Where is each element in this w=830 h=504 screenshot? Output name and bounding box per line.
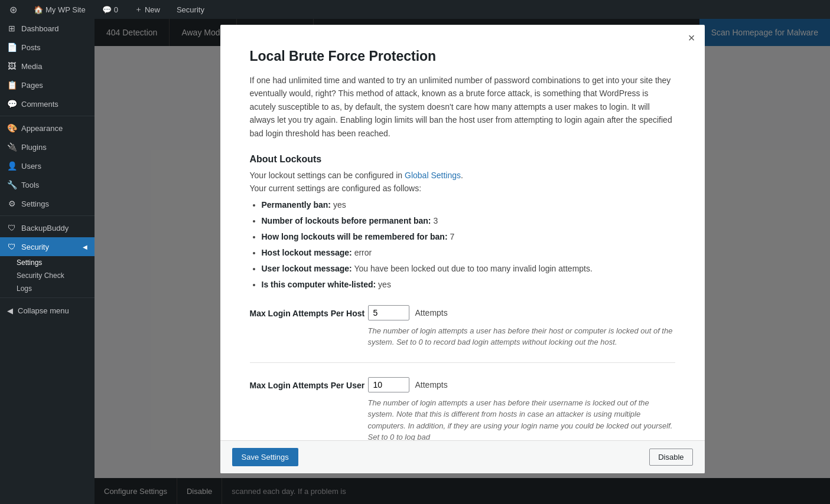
sidebar-item-settings[interactable]: ⚙ Settings xyxy=(0,194,95,213)
sidebar-item-media[interactable]: 🖼 Media xyxy=(0,57,95,76)
sidebar-label-users: Users xyxy=(21,162,41,171)
list-item-4: User lockout message: You have been lock… xyxy=(262,263,675,275)
users-icon: 👤 xyxy=(7,161,17,171)
sidebar-label-backupbuddy: BackupBuddy xyxy=(21,224,69,233)
collapse-label: Collapse menu xyxy=(18,306,69,315)
modal: × Local Brute Force Protection If one ha… xyxy=(220,25,705,473)
global-settings-link[interactable]: Global Settings xyxy=(405,171,461,180)
sidebar-item-dashboard[interactable]: ⊞ Dashboard xyxy=(0,19,95,38)
sidebar-item-pages[interactable]: 📋 Pages xyxy=(0,76,95,94)
sidebar-item-plugins[interactable]: 🔌 Plugins xyxy=(0,138,95,156)
sidebar-label-dashboard: Dashboard xyxy=(21,24,59,33)
comments-icon: 💬 xyxy=(102,5,112,14)
site-name-item[interactable]: 🏠 My WP Site xyxy=(29,0,90,19)
collapse-menu-item[interactable]: ◀ Collapse menu xyxy=(0,300,95,321)
max-login-host-help: The number of login attempts a user has … xyxy=(368,325,675,348)
max-login-host-label: Max Login Attempts Per Host xyxy=(250,305,368,318)
wp-icon: ⊛ xyxy=(9,4,17,15)
sidebar-sub-security-check[interactable]: Security Check xyxy=(0,269,95,282)
sidebar-sep-1 xyxy=(0,116,95,116)
modal-footer: Save Settings Disable xyxy=(220,440,705,473)
sub-label-logs: Logs xyxy=(17,284,32,293)
modal-close-button[interactable]: × xyxy=(688,32,695,44)
max-login-user-input[interactable] xyxy=(368,377,409,392)
max-login-user-input-row: Attempts xyxy=(368,377,675,392)
list-item-1: Number of lockouts before permanent ban:… xyxy=(262,215,675,227)
item-label-3: Host lockout message: xyxy=(262,248,352,257)
sidebar-label-security: Security xyxy=(21,243,49,251)
max-login-host-input[interactable] xyxy=(368,305,409,320)
max-login-user-help: The number of login attempts a user has … xyxy=(368,397,675,443)
new-label: New xyxy=(145,5,160,14)
max-login-host-unit: Attempts xyxy=(415,308,448,318)
new-item[interactable]: ＋ New xyxy=(130,0,165,19)
wp-logo-item[interactable]: ⊛ xyxy=(5,0,22,19)
item-value-2: 7 xyxy=(450,232,454,241)
max-login-host-input-row: Attempts xyxy=(368,305,675,320)
max-login-host-control: Attempts The number of login attempts a … xyxy=(368,305,675,348)
backupbuddy-icon: 🛡 xyxy=(7,223,17,233)
sidebar-item-comments[interactable]: 💬 Comments xyxy=(0,94,95,113)
sidebar-item-posts[interactable]: 📄 Posts xyxy=(0,38,95,57)
admin-bar: ⊛ 🏠 My WP Site 💬 0 ＋ New Security xyxy=(0,0,830,19)
collapse-icon: ◀ xyxy=(7,306,13,315)
security-icon: 🛡 xyxy=(7,242,17,251)
lockout-info-line2: Your current settings are configured as … xyxy=(250,184,675,193)
content-area: 404 Detection Away Mode Banned Users Sca… xyxy=(95,19,830,504)
comments-sidebar-icon: 💬 xyxy=(7,99,17,109)
disable-button[interactable]: Disable xyxy=(649,449,692,466)
home-icon: 🏠 xyxy=(34,5,43,14)
sidebar: ⊞ Dashboard 📄 Posts 🖼 Media 📋 Pages 💬 Co… xyxy=(0,19,95,504)
sidebar-item-tools[interactable]: 🔧 Tools xyxy=(0,175,95,194)
sidebar-sep-2 xyxy=(0,215,95,216)
modal-overlay: × Local Brute Force Protection If one ha… xyxy=(95,19,830,504)
appearance-icon: 🎨 xyxy=(7,123,17,133)
dashboard-icon: ⊞ xyxy=(7,24,17,33)
list-item-2: How long lockouts will be remembered for… xyxy=(262,231,675,243)
item-value-0: yes xyxy=(333,200,346,210)
item-value-1: 3 xyxy=(433,216,438,225)
item-value-5: yes xyxy=(378,280,391,289)
sidebar-sub-logs[interactable]: Logs xyxy=(0,282,95,295)
sidebar-label-media: Media xyxy=(21,62,42,71)
item-label-5: Is this computer white-listed: xyxy=(262,280,376,289)
item-label-4: User lockout message: xyxy=(262,264,352,273)
plus-icon: ＋ xyxy=(135,4,142,15)
chevron-left-icon: ◀ xyxy=(83,244,87,250)
item-label-2: How long lockouts will be remembered for… xyxy=(262,232,448,241)
sidebar-label-tools: Tools xyxy=(21,181,39,189)
lockout-dot: . xyxy=(461,171,463,180)
list-item-5: Is this computer white-listed: yes xyxy=(262,279,675,291)
modal-description: If one had unlimited time and wanted to … xyxy=(250,74,675,140)
comments-count: 0 xyxy=(114,5,118,14)
modal-title: Local Brute Force Protection xyxy=(250,48,675,64)
lockout-list: Permanently ban: yes Number of lockouts … xyxy=(262,199,675,291)
sidebar-label-pages: Pages xyxy=(21,81,43,90)
sidebar-item-users[interactable]: 👤 Users xyxy=(0,156,95,175)
list-item-3: Host lockout message: error xyxy=(262,247,675,259)
list-item-0: Permanently ban: yes xyxy=(262,199,675,211)
max-login-user-control: Attempts The number of login attempts a … xyxy=(368,377,675,443)
about-lockouts-title: About Lockouts xyxy=(250,154,675,165)
sidebar-label-appearance: Appearance xyxy=(21,124,63,133)
pages-icon: 📋 xyxy=(7,80,17,90)
sidebar-label-settings: Settings xyxy=(21,199,49,208)
sidebar-item-appearance[interactable]: 🎨 Appearance xyxy=(0,119,95,138)
item-label-0: Permanently ban: xyxy=(262,200,331,210)
sidebar-item-backupbuddy[interactable]: 🛡 BackupBuddy xyxy=(0,218,95,237)
sidebar-item-security[interactable]: 🛡 Security ◀ xyxy=(0,237,95,256)
save-settings-button[interactable]: Save Settings xyxy=(232,448,298,466)
item-label-1: Number of lockouts before permanent ban: xyxy=(262,216,431,225)
posts-icon: 📄 xyxy=(7,42,17,52)
lockout-info-line1: Your lockout settings can be configured … xyxy=(250,171,675,180)
lockout-info-text1: Your lockout settings can be configured … xyxy=(250,171,403,180)
plugins-icon: 🔌 xyxy=(7,142,17,152)
item-value-3: error xyxy=(354,248,372,257)
security-bar-item[interactable]: Security xyxy=(172,0,209,19)
media-icon: 🖼 xyxy=(7,61,17,71)
settings-icon: ⚙ xyxy=(7,199,17,208)
comments-item[interactable]: 💬 0 xyxy=(97,0,123,19)
sub-label-settings: Settings xyxy=(17,258,42,267)
max-login-user-unit: Attempts xyxy=(415,380,448,390)
sidebar-sub-settings[interactable]: Settings xyxy=(0,256,95,269)
